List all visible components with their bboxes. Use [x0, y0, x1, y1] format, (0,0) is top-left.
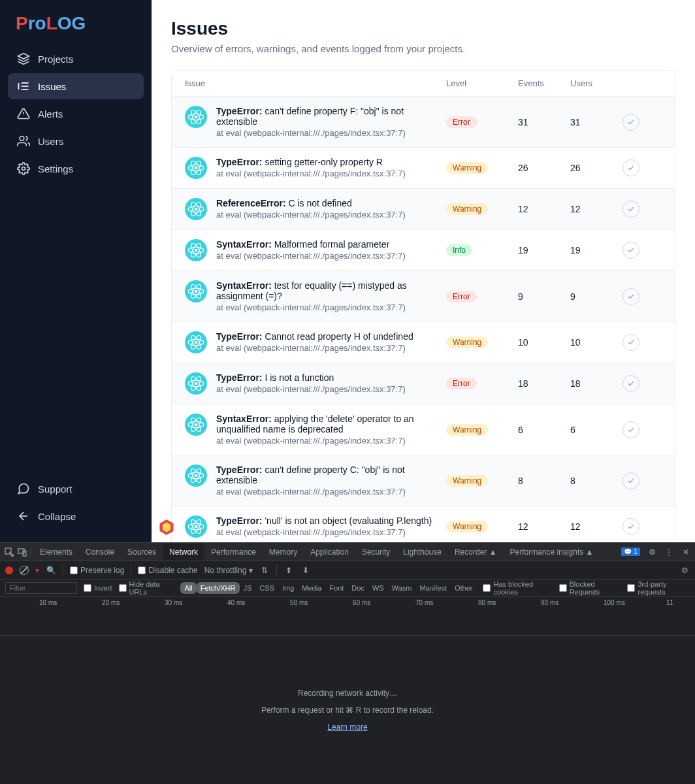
react-query-devtools-icon[interactable] [157, 517, 176, 537]
network-timeline[interactable]: 10 ms20 ms30 ms40 ms50 ms60 ms70 ms80 ms… [0, 596, 695, 636]
upload-icon[interactable]: ⬆ [283, 565, 294, 576]
devtools-tab[interactable]: Memory [263, 544, 304, 561]
filter-type[interactable]: CSS [255, 582, 278, 594]
logo: ProLOG [8, 13, 144, 46]
devtools-tab[interactable]: Elements [33, 544, 79, 561]
issue-location: at eval (webpack-internal:///./pages/ind… [216, 251, 406, 261]
device-icon[interactable] [17, 547, 27, 557]
filter-type[interactable]: Fetch/XHR [197, 582, 240, 594]
react-icon [185, 106, 207, 128]
table-row[interactable]: TypeError: can't define property C: "obj… [172, 455, 675, 506]
filter-input[interactable] [5, 582, 77, 594]
devtools-tab[interactable]: Sources [121, 544, 163, 561]
devtools-tab[interactable]: Performance insights ▲ [504, 544, 600, 561]
record-button[interactable] [5, 566, 13, 574]
invert-checkbox[interactable]: Invert [84, 584, 112, 592]
filter-type[interactable]: Media [298, 582, 325, 594]
page-subtitle: Overview of errors, warnings, and events… [171, 43, 675, 54]
download-icon[interactable]: ⬇ [300, 565, 311, 576]
events-count: 6 [518, 425, 570, 435]
timeline-tick: 80 ms [478, 599, 496, 606]
resolve-button[interactable] [622, 242, 639, 259]
issue-location: at eval (webpack-internal:///./pages/ind… [216, 169, 406, 178]
devtools-tab[interactable]: Application [304, 544, 355, 561]
disable-cache-checkbox[interactable]: Disable cache [138, 566, 197, 575]
filter-type[interactable]: Img [278, 582, 298, 594]
devtools-tab[interactable]: Security [355, 544, 396, 561]
preserve-log-checkbox[interactable]: Preserve log [70, 566, 124, 575]
sidebar-item-collapse[interactable]: Collapse [8, 503, 144, 529]
sidebar-item-projects[interactable]: Projects [8, 46, 144, 72]
close-icon[interactable]: ✕ [681, 547, 691, 557]
search-icon[interactable]: 🔍 [46, 565, 56, 576]
sidebar-item-support[interactable]: Support [8, 476, 144, 502]
table-row[interactable]: TypeError: 'null' is not an object (eval… [172, 506, 675, 542]
devtools-tab[interactable]: Console [79, 544, 121, 561]
table-row[interactable]: TypeError: I is not a function at eval (… [172, 363, 675, 404]
devtools-tab[interactable]: Recorder ▲ [448, 544, 504, 561]
sidebar-item-alerts[interactable]: Alerts [8, 101, 144, 127]
filter-type[interactable]: All [180, 582, 196, 594]
sidebar-label: Alerts [38, 108, 63, 120]
page-title: Issues [171, 18, 675, 39]
resolve-button[interactable] [622, 518, 639, 535]
level-badge: Warning [446, 521, 488, 532]
throttling-select[interactable]: No throttling ▾ [204, 566, 253, 575]
devtools-tab[interactable]: Lighthouse [396, 544, 448, 561]
timeline-tick: 40 ms [227, 599, 245, 606]
events-count: 12 [518, 521, 570, 532]
sidebar-item-users[interactable]: Users [8, 128, 144, 154]
filter-type[interactable]: JS [240, 582, 256, 594]
table-row[interactable]: TypeError: Cannot read property H of und… [172, 322, 675, 363]
resolve-button[interactable] [622, 159, 639, 176]
filter-type[interactable]: WS [368, 582, 388, 594]
blocked-cookies-checkbox[interactable]: Has blocked cookies [483, 580, 552, 596]
filter-type[interactable]: Other [451, 582, 477, 594]
table-row[interactable]: SyntaxError: test for equality (==) mist… [172, 271, 675, 322]
svg-point-18 [195, 208, 198, 211]
inspect-icon[interactable] [4, 547, 14, 557]
resolve-button[interactable] [622, 288, 639, 305]
filter-toggle[interactable]: ▾ [35, 566, 39, 575]
filter-type[interactable]: Manifest [415, 582, 451, 594]
react-icon [185, 414, 207, 436]
filter-type[interactable]: Doc [348, 582, 368, 594]
devtools-tab[interactable]: Performance [204, 544, 263, 561]
svg-point-30 [195, 341, 198, 344]
blocked-requests-checkbox[interactable]: Blocked Requests [559, 580, 621, 596]
resolve-button[interactable] [622, 472, 639, 489]
timeline-tick: 90 ms [541, 599, 558, 606]
gear-icon[interactable]: ⚙ [647, 547, 657, 557]
sidebar: ProLOG Projects Issues Alerts Users Sett… [0, 0, 152, 542]
main-content: Issues Overview of errors, warnings, and… [152, 0, 695, 542]
clear-button[interactable] [20, 566, 29, 575]
resolve-button[interactable] [622, 334, 639, 351]
timeline-tick: 50 ms [290, 599, 308, 606]
sidebar-label: Projects [38, 54, 73, 65]
table-row[interactable]: TypeError: setting getter-only property … [172, 148, 675, 189]
more-icon[interactable]: ⋮ [664, 547, 674, 557]
table-row[interactable]: SyntaxError: applying the 'delete' opera… [172, 404, 675, 455]
resolve-button[interactable] [622, 421, 639, 438]
settings-icon[interactable]: ⚙ [679, 565, 690, 576]
devtools-issue-badge[interactable]: 💬 1 [621, 547, 640, 556]
table-row[interactable]: SyntaxError: Malformed formal parameter … [172, 230, 675, 271]
wifi-icon[interactable]: ⇅ [259, 565, 270, 576]
resolve-button[interactable] [622, 114, 639, 131]
learn-more-link[interactable]: Learn more [327, 723, 367, 732]
third-party-checkbox[interactable]: 3rd-party requests [627, 580, 690, 596]
sidebar-item-issues[interactable]: Issues [8, 73, 144, 99]
svg-point-10 [195, 116, 198, 119]
sidebar-item-settings[interactable]: Settings [8, 155, 144, 182]
hide-data-urls-checkbox[interactable]: Hide data URLs [119, 580, 174, 596]
filter-type[interactable]: Font [325, 582, 348, 594]
devtools: ElementsConsoleSourcesNetworkPerformance… [0, 542, 695, 784]
table-row[interactable]: ReferenceError: C is not defined at eval… [172, 189, 675, 230]
resolve-button[interactable] [622, 375, 639, 392]
issue-title: TypeError: 'null' is not an object (eval… [216, 515, 432, 526]
resolve-button[interactable] [622, 201, 639, 218]
table-row[interactable]: TypeError: can't define property F: "obj… [172, 97, 675, 148]
filter-type[interactable]: Wasm [388, 582, 416, 594]
issue-title: SyntaxError: applying the 'delete' opera… [216, 414, 446, 434]
devtools-tab[interactable]: Network [163, 544, 204, 561]
